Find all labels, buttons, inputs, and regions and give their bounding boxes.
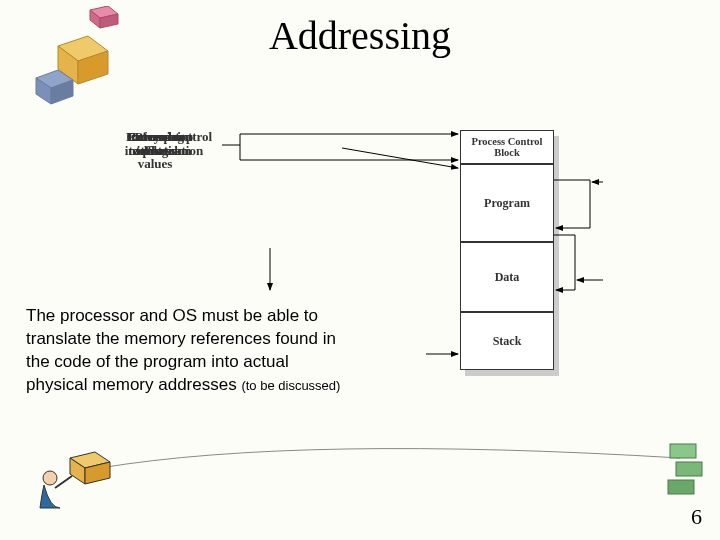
body-text-small: (to be discussed) (241, 378, 340, 393)
page-number: 6 (691, 504, 702, 530)
block-stack: Stack (460, 312, 554, 370)
label-refdata: Reference to data (120, 130, 190, 157)
body-text: The processor and OS must be able to tra… (26, 305, 346, 397)
block-program: Program (460, 164, 554, 242)
svg-rect-13 (670, 444, 696, 458)
footer-divider (100, 440, 680, 480)
svg-rect-14 (676, 462, 702, 476)
block-pcb: Process Control Block (460, 130, 554, 164)
slide-title: Addressing (0, 12, 720, 59)
svg-rect-15 (668, 480, 694, 494)
block-data: Data (460, 242, 554, 312)
cartoon-person-icon (30, 448, 120, 518)
decorative-boxes-bottom-right (660, 440, 710, 510)
svg-point-12 (43, 471, 57, 485)
